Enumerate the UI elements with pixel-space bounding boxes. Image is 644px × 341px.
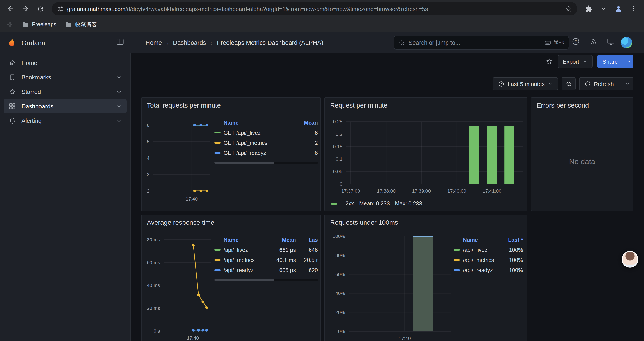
downloads-button[interactable] [597, 2, 611, 16]
legend-column-header[interactable]: Mean [296, 120, 318, 126]
series-name[interactable]: GET /api/_metrics [224, 140, 296, 146]
legend-series-row[interactable]: /api/_readyz605 µs620 [214, 265, 318, 275]
series-mean: Mean: 0.233 [359, 201, 390, 207]
bookmark-star-icon[interactable] [565, 5, 572, 12]
breadcrumb-dashboards[interactable]: Dashboards [173, 39, 206, 46]
sidebar-item-dashboards[interactable]: Dashboards [4, 99, 127, 113]
series-color-dash [454, 259, 460, 261]
series-name[interactable]: /api/_livez [224, 247, 267, 253]
series-name[interactable]: /api/_readyz [224, 267, 267, 273]
legend-series-row[interactable]: /api/_metrics100% [454, 255, 523, 265]
panel-title[interactable]: Total requests per minute [142, 98, 320, 112]
legend-series-row[interactable]: /api/_metrics40.1 ms20.5 r [214, 255, 318, 265]
forward-button[interactable] [18, 2, 32, 16]
folder-icon [65, 21, 72, 28]
legend[interactable]: 2xx Mean: 0.233 Max: 0.233 [331, 201, 422, 207]
svg-text:60%: 60% [335, 272, 345, 277]
chevron-down-icon[interactable] [116, 103, 122, 109]
panel-title[interactable]: Errors per second [531, 98, 633, 112]
legend-column-header[interactable]: Mean [267, 237, 296, 243]
legend-series-row[interactable]: GET /api/_readyz6 [214, 148, 318, 158]
svg-text:17:40: 17:40 [399, 336, 411, 341]
series-name[interactable]: 2xx [346, 201, 354, 207]
series-color-dash [214, 259, 220, 261]
sidebar-item-starred[interactable]: Starred [4, 85, 127, 99]
series-value: 2 [296, 140, 318, 146]
extensions-button[interactable] [582, 2, 596, 16]
request-per-minute-bar-chart[interactable]: 0.250.20.150.10.05017:37:0017:38:0017:39… [326, 114, 526, 198]
forward-icon [22, 5, 29, 13]
breadcrumb-home[interactable]: Home [146, 39, 162, 46]
bookmark-icon [8, 73, 16, 81]
zoom-out-icon [566, 81, 572, 87]
bookmark-folder-blogs[interactable]: 收藏博客 [65, 21, 97, 28]
panel-request-per-minute: Request per minute 0.250.20.150.10.05017… [324, 97, 528, 211]
legend-column-header[interactable]: Name [463, 237, 501, 243]
profile-button[interactable] [612, 2, 626, 16]
legend-scrollbar[interactable] [214, 162, 318, 164]
chevron-down-icon[interactable] [116, 74, 122, 80]
breadcrumb: Home › Dashboards › Freeleaps Metrics Da… [146, 32, 323, 53]
legend-series-row[interactable]: /api/_livez100% [454, 245, 523, 255]
legend-column-header[interactable]: Las [296, 237, 318, 243]
zoom-out-button[interactable] [562, 77, 576, 90]
user-avatar[interactable] [621, 37, 632, 48]
grafana-brand[interactable]: Grafana [6, 32, 45, 53]
series-name[interactable]: /api/_livez [463, 247, 501, 253]
svg-text:17:41:00: 17:41:00 [483, 188, 502, 194]
chevron-down-icon[interactable] [116, 118, 122, 124]
svg-text:80%: 80% [335, 253, 345, 258]
panel-title[interactable]: Request per minute [325, 98, 527, 112]
sidebar-collapse-button[interactable] [116, 37, 124, 46]
sidebar-item-bookmarks[interactable]: Bookmarks [4, 70, 127, 84]
time-range-label: Last 5 minutes [508, 81, 545, 87]
series-name[interactable]: /api/_readyz [463, 267, 501, 273]
export-button[interactable]: Export [558, 55, 593, 68]
refresh-button[interactable]: Refresh [580, 78, 618, 90]
panel-average-response-time: Average response time 80 ms60 ms40 ms20 … [141, 215, 321, 341]
panel-title[interactable]: Average response time [142, 215, 320, 229]
back-button[interactable] [4, 2, 18, 16]
search-input[interactable]: Search or jump to... ⌘+k [394, 36, 569, 50]
news-button[interactable] [589, 37, 597, 45]
refresh-interval-button[interactable] [622, 78, 633, 90]
url-text[interactable]: grafana.mathmast.com/d/deytv4rwavabkb/fr… [67, 6, 562, 12]
legend-header-row: NameLast * [454, 235, 523, 245]
assistant-avatar-button[interactable] [622, 251, 638, 268]
bookmark-folder-freeleaps[interactable]: Freeleaps [22, 21, 56, 28]
scrollbar-thumb[interactable] [214, 162, 274, 164]
site-settings-icon[interactable] [57, 6, 64, 12]
share-button[interactable]: Share [597, 55, 623, 68]
legend-column-header[interactable]: Last * [501, 237, 523, 243]
series-name[interactable]: GET /api/_livez [224, 130, 296, 136]
apps-grid-icon[interactable] [6, 21, 13, 28]
chevron-down-icon[interactable] [116, 89, 122, 95]
legend-column-header[interactable]: Name [224, 120, 296, 126]
legend-series-row[interactable]: GET /api/_livez6 [214, 128, 318, 138]
url-bar[interactable]: grafana.mathmast.com/d/deytv4rwavabkb/fr… [52, 2, 577, 15]
series-name[interactable]: /api/_metrics [224, 257, 267, 263]
total-requests-line-chart[interactable]: 6543217:40 [142, 114, 214, 207]
legend-column-header[interactable]: Name [224, 237, 267, 243]
legend-scrollbar[interactable] [214, 279, 318, 281]
scrollbar-thumb[interactable] [214, 279, 274, 281]
legend-series-row[interactable]: GET /api/_metrics2 [214, 138, 318, 148]
help-button[interactable]: ? [572, 37, 580, 46]
share-menu-button[interactable] [623, 55, 634, 68]
breadcrumb-current[interactable]: Freeleaps Metrics Dashboard (ALPHA) [217, 39, 324, 46]
requests-under-100ms-bar-chart[interactable]: 100%80%60%40%20%0%17:40 [326, 231, 462, 341]
legend-series-row[interactable]: /api/_livez661 µs646 [214, 245, 318, 255]
panel-title[interactable]: Requests under 100ms [325, 215, 527, 229]
time-range-picker[interactable]: Last 5 minutes [493, 77, 558, 90]
average-response-time-line-chart[interactable]: 80 ms60 ms40 ms20 ms0 s17:40 [142, 231, 214, 341]
sidebar-item-alerting[interactable]: Alerting [4, 114, 127, 128]
series-name[interactable]: GET /api/_readyz [224, 150, 296, 156]
display-button[interactable] [607, 37, 615, 46]
sidebar-item-home[interactable]: Home [4, 56, 127, 70]
reload-button[interactable] [33, 2, 47, 16]
series-name[interactable]: /api/_metrics [463, 257, 501, 263]
legend-series-row[interactable]: /api/_readyz100% [454, 265, 523, 275]
home-icon [8, 59, 16, 67]
browser-menu-button[interactable] [626, 2, 640, 16]
favorite-star-button[interactable] [545, 58, 553, 65]
